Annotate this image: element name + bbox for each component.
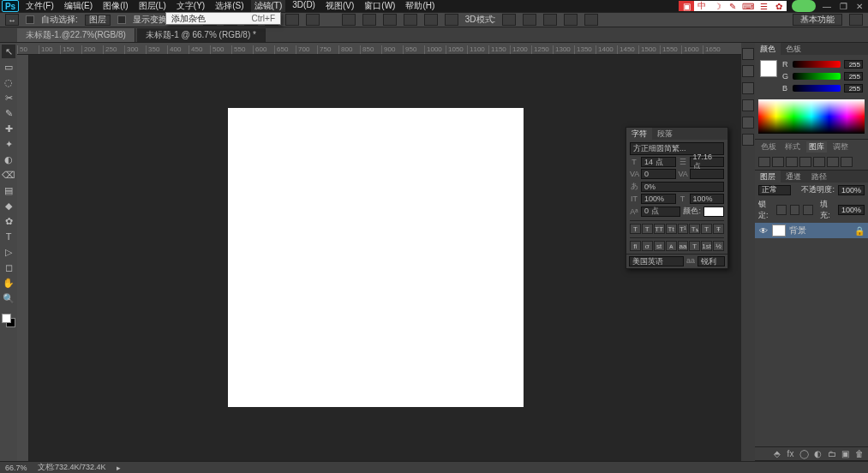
hscale-field[interactable]: 0%: [641, 182, 724, 192]
minimize-button[interactable]: —: [823, 2, 831, 11]
document-canvas[interactable]: [228, 108, 524, 407]
zoom-level[interactable]: 66.7%: [5, 464, 27, 472]
text-style-button[interactable]: TT: [654, 224, 665, 234]
menu-2[interactable]: 图像(I): [99, 0, 131, 12]
menu-8[interactable]: 视图(V): [322, 0, 357, 12]
tool-button[interactable]: ▭: [2, 60, 15, 74]
text-style-button[interactable]: T: [630, 224, 641, 234]
mode-3d-icon[interactable]: [584, 14, 598, 26]
badge-icon[interactable]: ☽: [709, 1, 725, 11]
tab-swatches[interactable]: 色板: [781, 43, 806, 55]
tool-button[interactable]: ⌫: [2, 168, 15, 182]
baseline-field[interactable]: 0 点: [641, 207, 680, 217]
font-size-field[interactable]: 14 点: [641, 157, 676, 167]
menu-10[interactable]: 帮助(H): [402, 0, 438, 12]
dock-icon[interactable]: [742, 82, 754, 94]
opentype-button[interactable]: T: [689, 241, 700, 251]
tool-button[interactable]: ✿: [2, 214, 15, 228]
dock-icon[interactable]: [742, 99, 754, 111]
tool-button[interactable]: ↖: [2, 45, 15, 58]
panel-tab[interactable]: 样式: [782, 141, 803, 153]
tool-button[interactable]: ◻: [2, 260, 15, 274]
text-style-button[interactable]: T: [701, 224, 712, 234]
tool-button[interactable]: ✋: [2, 276, 15, 290]
document-tab[interactable]: 未标题-1 @ 66.7% (RGB/8) *: [137, 28, 266, 42]
panel-tab[interactable]: 色板: [758, 141, 779, 153]
panel-tab[interactable]: 调整: [830, 141, 851, 153]
opentype-button[interactable]: st: [654, 241, 665, 251]
group-icon[interactable]: 🗀: [826, 449, 837, 458]
channel-value[interactable]: 255: [844, 72, 863, 81]
menu-4[interactable]: 文字(Y): [173, 0, 208, 12]
distribute-icon[interactable]: [424, 14, 438, 26]
mode-3d-icon[interactable]: [543, 14, 557, 26]
swatch-icon[interactable]: [813, 157, 825, 167]
channel-slider[interactable]: [793, 73, 841, 80]
tool-button[interactable]: T: [2, 230, 15, 243]
tool-button[interactable]: ▤: [2, 183, 15, 197]
fill-adj-icon[interactable]: ◐: [812, 449, 823, 458]
channel-value[interactable]: 255: [844, 84, 863, 93]
show-transform-checkbox[interactable]: [117, 15, 126, 24]
mode-3d-icon[interactable]: [502, 14, 516, 26]
dock-icon[interactable]: [742, 48, 754, 60]
tool-button[interactable]: ◐: [2, 153, 15, 166]
layer-name[interactable]: 背景: [789, 225, 806, 236]
opentype-button[interactable]: fi: [630, 241, 641, 251]
leading-field[interactable]: 17.16 点: [690, 157, 725, 167]
tool-button[interactable]: ✦: [2, 137, 15, 151]
opacity-field[interactable]: 100%: [838, 185, 865, 195]
tool-button[interactable]: ◆: [2, 199, 15, 213]
opentype-button[interactable]: aa: [678, 241, 689, 251]
menu-6[interactable]: 滤镜(T): [251, 0, 286, 12]
fill-field[interactable]: 100%: [838, 205, 865, 215]
menu-7[interactable]: 3D(D): [289, 0, 319, 12]
swatch-icon[interactable]: [758, 157, 770, 167]
tool-button[interactable]: ✚: [2, 122, 15, 135]
menu-0[interactable]: 文件(F): [22, 0, 57, 12]
maximize-button[interactable]: ❐: [840, 2, 847, 11]
layer-row[interactable]: 👁 背景 🔒: [755, 223, 868, 238]
fx-icon[interactable]: fx: [785, 449, 796, 458]
tab-character[interactable]: 字符: [626, 128, 652, 140]
channel-value[interactable]: 255: [844, 60, 863, 69]
link-icon[interactable]: ⬘: [771, 449, 782, 458]
tab-color[interactable]: 颜色: [755, 43, 781, 55]
text-style-button[interactable]: Ŧ: [713, 224, 724, 234]
tool-button[interactable]: 🔍: [2, 291, 15, 305]
swatch-icon[interactable]: [799, 157, 811, 167]
lock-pixels-icon[interactable]: [776, 205, 787, 215]
badge-icon[interactable]: ⌨: [740, 1, 756, 11]
menu-9[interactable]: 窗口(W): [361, 0, 398, 12]
color-ramp[interactable]: [758, 99, 865, 134]
tool-button[interactable]: ▷: [2, 245, 15, 259]
panel-tab[interactable]: 图库: [806, 141, 827, 153]
tool-button[interactable]: ✂: [2, 91, 15, 105]
tool-button[interactable]: ◌: [2, 75, 15, 89]
mode-3d-icon[interactable]: [523, 14, 536, 26]
tab-paragraph[interactable]: 段落: [652, 128, 678, 140]
opentype-button[interactable]: 1st: [701, 241, 712, 251]
tool-button[interactable]: ✎: [2, 106, 15, 120]
opentype-button[interactable]: σ: [642, 241, 653, 251]
vscale-field[interactable]: 100%: [641, 194, 676, 204]
opentype-button[interactable]: ½: [713, 241, 724, 251]
character-panel[interactable]: 字符 段落 方正细圆简繁... T 14 点 ☰ 17.16 点 VA 0 VA…: [626, 127, 728, 269]
close-button[interactable]: ✕: [856, 2, 863, 11]
language-dropdown[interactable]: 美国英语: [629, 256, 684, 266]
align-icon[interactable]: [285, 14, 299, 26]
badge-icon[interactable]: ✿: [771, 1, 787, 11]
new-layer-icon[interactable]: ▣: [840, 449, 851, 458]
text-style-button[interactable]: Tt: [666, 224, 677, 234]
foreground-swatch[interactable]: [760, 60, 777, 77]
document-info[interactable]: 文档:732.4K/732.4K: [38, 462, 106, 473]
channel-slider[interactable]: [793, 85, 841, 92]
account-badge[interactable]: [792, 0, 816, 12]
text-style-button[interactable]: T¹: [678, 224, 689, 234]
tab-paths[interactable]: 路径: [806, 171, 832, 183]
tab-channels[interactable]: 通道: [781, 171, 806, 183]
auto-select-dropdown[interactable]: 图层: [85, 15, 111, 26]
color-swatches[interactable]: [2, 314, 15, 327]
distribute-icon[interactable]: [342, 14, 356, 26]
dock-icon[interactable]: [742, 117, 754, 129]
